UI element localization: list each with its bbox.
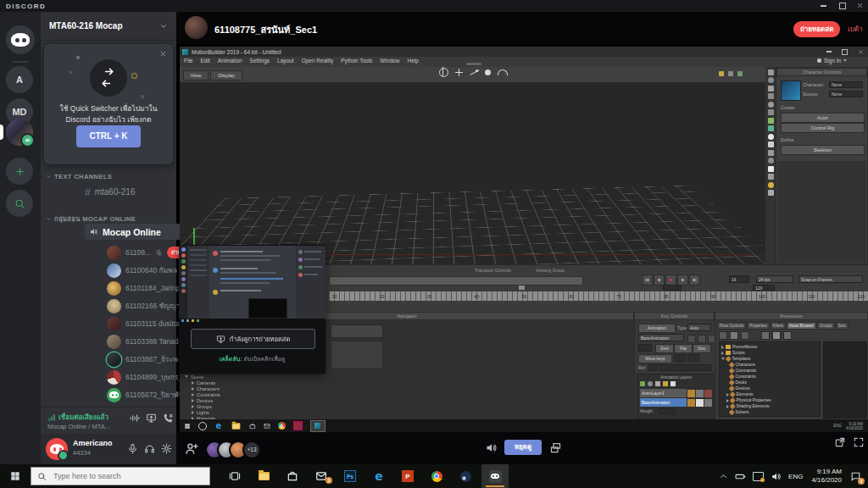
volume-icon[interactable] bbox=[771, 471, 782, 482]
streamer-avatar[interactable] bbox=[185, 16, 208, 39]
explore-servers-button[interactable] bbox=[6, 190, 33, 217]
line-tool-icon[interactable] bbox=[470, 69, 478, 76]
stream-volume-icon[interactable] bbox=[485, 441, 498, 454]
clock[interactable]: 9:19 AM 4/16/2020 bbox=[811, 468, 842, 485]
edge-button[interactable] bbox=[366, 468, 392, 485]
battery-icon[interactable] bbox=[735, 471, 746, 482]
close-icon[interactable] bbox=[159, 50, 167, 58]
animation-button[interactable]: Animation bbox=[638, 324, 676, 333]
mb-3d-viewport[interactable] bbox=[180, 82, 765, 264]
ref-field[interactable] bbox=[648, 364, 711, 371]
taskbar-search-box[interactable] bbox=[31, 467, 210, 485]
base-animation-row-selected[interactable]: BaseAnimation bbox=[640, 398, 712, 407]
timeline-marker[interactable] bbox=[519, 286, 525, 290]
base-animation-dropdown[interactable]: BaseAnimation bbox=[638, 334, 684, 341]
menu-help[interactable]: Help bbox=[407, 58, 418, 64]
text-channels-category[interactable]: TEXT CHANNELS bbox=[46, 173, 112, 180]
tab-groups[interactable]: Groups bbox=[817, 322, 835, 330]
frame-current-field[interactable]: 16 bbox=[729, 275, 749, 283]
rotate-tool-icon[interactable] bbox=[439, 68, 448, 77]
control-rig-button[interactable]: Control Rig bbox=[781, 123, 865, 133]
headphones-icon[interactable] bbox=[144, 443, 155, 454]
mb-maximize-button[interactable] bbox=[842, 49, 848, 55]
disconnect-call-icon[interactable] bbox=[163, 413, 174, 424]
menu-layout[interactable]: Layout bbox=[277, 58, 294, 64]
character-value[interactable]: None bbox=[829, 81, 863, 88]
language-indicator[interactable]: ENG bbox=[788, 473, 803, 480]
viewer-count-badge[interactable]: +13 bbox=[242, 441, 261, 459]
voice-category[interactable]: กลุ่มสอน MOCAP ONLINE bbox=[46, 214, 136, 224]
curve-tool-icon[interactable] bbox=[498, 69, 508, 75]
photoshop-button[interactable]: Ps bbox=[337, 468, 363, 485]
screen-share-icon[interactable] bbox=[146, 413, 157, 424]
menu-python-tools[interactable]: Python Tools bbox=[341, 58, 372, 64]
actor-button[interactable]: Actor bbox=[781, 113, 865, 123]
key-controls-header[interactable]: Key Controls bbox=[634, 312, 715, 320]
server-icon-a[interactable]: A bbox=[6, 66, 33, 93]
transform-tools[interactable] bbox=[439, 68, 508, 77]
invite-to-watch-icon[interactable] bbox=[185, 441, 199, 456]
stop-watching-button[interactable]: หยุดดู bbox=[504, 440, 542, 455]
tab-asset-browser[interactable]: Asset Browser bbox=[787, 322, 816, 330]
voice-channel-path[interactable]: Mocap Online / MTA... bbox=[47, 423, 110, 430]
anim-layer-row[interactable]: AnimLayer1 bbox=[640, 389, 712, 397]
tab-sets[interactable]: Sets bbox=[836, 322, 849, 330]
mail-button[interactable]: 1 bbox=[309, 468, 334, 485]
action-center-button[interactable]: 2 bbox=[850, 471, 861, 482]
window-minimize-button[interactable] bbox=[821, 5, 826, 7]
menu-settings[interactable]: Settings bbox=[250, 58, 270, 64]
key-count-field[interactable] bbox=[638, 344, 652, 352]
view-dropdown[interactable]: View bbox=[183, 70, 209, 80]
weight-field[interactable] bbox=[659, 408, 675, 414]
menu-edit[interactable]: Edit bbox=[200, 58, 209, 64]
file-explorer-button[interactable] bbox=[251, 468, 276, 485]
mic-icon[interactable] bbox=[127, 443, 138, 454]
start-button[interactable] bbox=[5, 469, 25, 484]
navigator-tree[interactable]: Scene Cameras Characters Constraints Dev… bbox=[185, 374, 220, 421]
menu-file[interactable]: File bbox=[184, 58, 192, 64]
frame-end-field[interactable]: 120 bbox=[753, 285, 775, 291]
search-input[interactable] bbox=[52, 471, 199, 481]
store-button[interactable] bbox=[280, 468, 305, 485]
menu-open-reality[interactable]: Open Reality bbox=[302, 58, 334, 64]
user-avatar[interactable] bbox=[46, 438, 68, 460]
window-close-button[interactable] bbox=[856, 2, 864, 9]
popout-icon[interactable] bbox=[834, 436, 846, 448]
mb-signin[interactable]: Sign In bbox=[817, 58, 847, 64]
tab-properties[interactable]: Properties bbox=[747, 322, 770, 330]
translate-tool-icon[interactable] bbox=[455, 69, 463, 76]
asset-tree[interactable]: PremoMovies Scripts Templates Characters… bbox=[719, 341, 821, 417]
move-keys-button[interactable]: Move keys bbox=[638, 354, 672, 363]
home-button[interactable] bbox=[6, 25, 35, 54]
source-value[interactable]: None bbox=[829, 91, 863, 97]
settings-gear-icon[interactable] bbox=[161, 443, 172, 454]
tray-app-icon[interactable] bbox=[753, 472, 764, 481]
steam-button[interactable] bbox=[453, 468, 478, 485]
discord-taskbar-button[interactable] bbox=[481, 464, 509, 488]
range-start-field[interactable] bbox=[663, 285, 682, 291]
flat-button[interactable]: Flat bbox=[674, 344, 693, 353]
noise-suppression-icon[interactable] bbox=[129, 413, 140, 424]
asset-browser-toolbar[interactable] bbox=[719, 331, 792, 340]
mb-close-button[interactable] bbox=[858, 49, 864, 55]
tab-pose-controls[interactable]: Pose Controls bbox=[717, 322, 746, 330]
zero-button[interactable]: Zero bbox=[655, 344, 674, 353]
add-server-button[interactable] bbox=[6, 158, 33, 185]
layers-toolbar[interactable] bbox=[640, 381, 676, 386]
task-view-button[interactable] bbox=[222, 468, 248, 485]
goto-start-button[interactable] bbox=[642, 274, 653, 286]
ctrl-k-shortcut-button[interactable]: CTRL + K bbox=[76, 125, 141, 147]
fullscreen-icon[interactable] bbox=[853, 436, 865, 448]
goto-end-button[interactable] bbox=[689, 274, 700, 286]
resources-header[interactable]: Resources bbox=[715, 312, 868, 320]
tab-filters[interactable]: Filters bbox=[771, 322, 786, 330]
server-icon-active[interactable] bbox=[6, 119, 33, 146]
key-nav-icons[interactable] bbox=[687, 335, 716, 343]
character-controls-header[interactable]: Character Controls bbox=[776, 68, 867, 76]
disc-button[interactable]: Disc bbox=[693, 344, 711, 353]
type-value-dropdown[interactable]: Auto bbox=[687, 324, 711, 331]
window-maximize-button[interactable] bbox=[839, 3, 846, 9]
menu-animation[interactable]: Animation bbox=[218, 58, 242, 64]
point-tool-icon[interactable] bbox=[485, 69, 491, 75]
menu-window[interactable]: Window bbox=[380, 58, 399, 64]
